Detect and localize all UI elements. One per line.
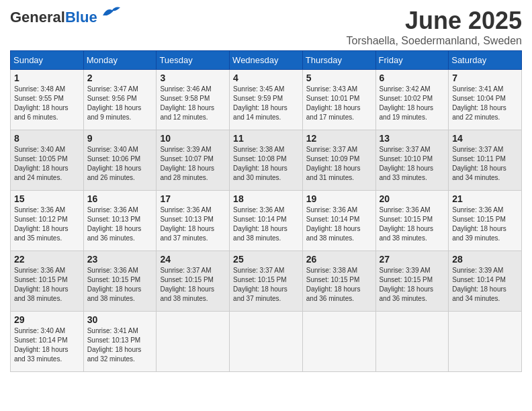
calendar-cell: 29Sunrise: 3:40 AMSunset: 10:14 PMDaylig… [11, 312, 84, 372]
day-number: 16 [87, 193, 153, 204]
page-header: GeneralBlue June 2025 Torshaella, Soeder… [10, 7, 522, 47]
day-number: 23 [87, 254, 153, 265]
weekday-header-tuesday: Tuesday [157, 51, 230, 70]
calendar-cell: 8Sunrise: 3:40 AMSunset: 10:05 PMDayligh… [11, 130, 84, 191]
day-info: Sunrise: 3:37 AMSunset: 10:10 PMDaylight… [380, 145, 445, 183]
calendar-cell: 22Sunrise: 3:36 AMSunset: 10:15 PMDaylig… [11, 251, 84, 312]
calendar-week-row: 29Sunrise: 3:40 AMSunset: 10:14 PMDaylig… [11, 312, 522, 372]
calendar-cell: 17Sunrise: 3:36 AMSunset: 10:13 PMDaylig… [157, 191, 230, 251]
day-info: Sunrise: 3:36 AMSunset: 10:12 PMDaylight… [14, 205, 80, 243]
day-info: Sunrise: 3:36 AMSunset: 10:15 PMDaylight… [87, 266, 153, 304]
day-info: Sunrise: 3:39 AMSunset: 10:15 PMDaylight… [380, 266, 445, 304]
day-number: 28 [452, 254, 518, 265]
day-info: Sunrise: 3:47 AMSunset: 9:56 PMDaylight:… [87, 85, 153, 122]
day-info: Sunrise: 3:40 AMSunset: 10:06 PMDaylight… [87, 145, 153, 183]
calendar-week-row: 15Sunrise: 3:36 AMSunset: 10:12 PMDaylig… [11, 191, 522, 251]
calendar-cell: 4Sunrise: 3:45 AMSunset: 9:59 PMDaylight… [230, 70, 303, 130]
day-number: 27 [380, 254, 445, 265]
calendar-cell [157, 312, 230, 372]
day-info: Sunrise: 3:42 AMSunset: 10:02 PMDaylight… [380, 85, 445, 122]
day-number: 26 [306, 254, 372, 265]
day-info: Sunrise: 3:36 AMSunset: 10:14 PMDaylight… [233, 205, 299, 243]
day-number: 18 [233, 193, 299, 204]
day-number: 6 [380, 73, 445, 83]
calendar-cell: 28Sunrise: 3:39 AMSunset: 10:14 PMDaylig… [449, 251, 522, 312]
weekday-header-friday: Friday [375, 51, 449, 70]
day-number: 20 [380, 193, 445, 204]
day-number: 3 [160, 73, 226, 83]
day-number: 25 [233, 254, 299, 265]
day-number: 21 [452, 193, 518, 204]
day-info: Sunrise: 3:41 AMSunset: 10:04 PMDaylight… [452, 85, 518, 122]
calendar-cell: 12Sunrise: 3:37 AMSunset: 10:09 PMDaylig… [302, 130, 375, 191]
day-number: 9 [87, 133, 153, 144]
day-number: 19 [306, 193, 372, 204]
day-number: 1 [14, 73, 80, 83]
day-number: 11 [233, 133, 299, 144]
day-number: 12 [306, 133, 372, 144]
day-info: Sunrise: 3:37 AMSunset: 10:15 PMDaylight… [160, 266, 226, 304]
logo-blue-text: Blue [65, 9, 97, 26]
day-number: 2 [87, 73, 153, 83]
calendar-cell: 6Sunrise: 3:42 AMSunset: 10:02 PMDayligh… [375, 70, 449, 130]
calendar-cell: 15Sunrise: 3:36 AMSunset: 10:12 PMDaylig… [11, 191, 84, 251]
location-title: Torshaella, Soedermanland, Sweden [347, 35, 523, 47]
calendar-cell: 16Sunrise: 3:36 AMSunset: 10:13 PMDaylig… [83, 191, 157, 251]
calendar-cell: 13Sunrise: 3:37 AMSunset: 10:10 PMDaylig… [375, 130, 449, 191]
calendar-cell: 1Sunrise: 3:48 AMSunset: 9:55 PMDaylight… [11, 70, 84, 130]
day-number: 14 [452, 133, 518, 144]
calendar-cell: 9Sunrise: 3:40 AMSunset: 10:06 PMDayligh… [83, 130, 157, 191]
day-number: 10 [160, 133, 226, 144]
calendar-cell [230, 312, 303, 372]
calendar-cell: 11Sunrise: 3:38 AMSunset: 10:08 PMDaylig… [230, 130, 303, 191]
calendar-week-row: 22Sunrise: 3:36 AMSunset: 10:15 PMDaylig… [11, 251, 522, 312]
day-info: Sunrise: 3:36 AMSunset: 10:13 PMDaylight… [87, 205, 153, 243]
day-info: Sunrise: 3:39 AMSunset: 10:14 PMDaylight… [452, 266, 518, 304]
month-title: June 2025 [347, 7, 523, 35]
calendar-cell: 19Sunrise: 3:36 AMSunset: 10:14 PMDaylig… [302, 191, 375, 251]
day-info: Sunrise: 3:39 AMSunset: 10:07 PMDaylight… [160, 145, 226, 183]
day-number: 17 [160, 193, 226, 204]
calendar-cell [302, 312, 375, 372]
calendar-cell: 25Sunrise: 3:37 AMSunset: 10:15 PMDaylig… [230, 251, 303, 312]
day-info: Sunrise: 3:40 AMSunset: 10:14 PMDaylight… [14, 326, 80, 364]
calendar-cell: 21Sunrise: 3:36 AMSunset: 10:15 PMDaylig… [449, 191, 522, 251]
day-info: Sunrise: 3:36 AMSunset: 10:15 PMDaylight… [452, 205, 518, 243]
day-info: Sunrise: 3:36 AMSunset: 10:15 PMDaylight… [380, 205, 445, 243]
day-info: Sunrise: 3:46 AMSunset: 9:58 PMDaylight:… [160, 85, 226, 122]
calendar-cell: 23Sunrise: 3:36 AMSunset: 10:15 PMDaylig… [83, 251, 157, 312]
calendar-cell: 26Sunrise: 3:38 AMSunset: 10:15 PMDaylig… [302, 251, 375, 312]
weekday-header-row: SundayMondayTuesdayWednesdayThursdayFrid… [11, 51, 522, 70]
day-number: 4 [233, 73, 299, 83]
weekday-header-sunday: Sunday [11, 51, 84, 70]
logo-bird-icon [101, 6, 120, 21]
day-info: Sunrise: 3:36 AMSunset: 10:13 PMDaylight… [160, 205, 226, 243]
day-info: Sunrise: 3:37 AMSunset: 10:15 PMDaylight… [233, 266, 299, 304]
day-info: Sunrise: 3:36 AMSunset: 10:15 PMDaylight… [14, 266, 80, 304]
day-number: 8 [14, 133, 80, 144]
calendar-cell: 30Sunrise: 3:41 AMSunset: 10:13 PMDaylig… [83, 312, 157, 372]
day-number: 30 [87, 314, 153, 325]
weekday-header-saturday: Saturday [449, 51, 522, 70]
day-number: 7 [452, 73, 518, 83]
calendar-cell: 27Sunrise: 3:39 AMSunset: 10:15 PMDaylig… [375, 251, 449, 312]
title-section: June 2025 Torshaella, Soedermanland, Swe… [347, 7, 523, 47]
day-info: Sunrise: 3:37 AMSunset: 10:09 PMDaylight… [306, 145, 372, 183]
day-info: Sunrise: 3:36 AMSunset: 10:14 PMDaylight… [306, 205, 372, 243]
calendar-cell: 24Sunrise: 3:37 AMSunset: 10:15 PMDaylig… [157, 251, 230, 312]
day-number: 24 [160, 254, 226, 265]
day-number: 5 [306, 73, 372, 83]
day-info: Sunrise: 3:38 AMSunset: 10:08 PMDaylight… [233, 145, 299, 183]
day-info: Sunrise: 3:45 AMSunset: 9:59 PMDaylight:… [233, 85, 299, 122]
day-info: Sunrise: 3:40 AMSunset: 10:05 PMDaylight… [14, 145, 80, 183]
calendar-cell: 10Sunrise: 3:39 AMSunset: 10:07 PMDaylig… [157, 130, 230, 191]
calendar-cell: 18Sunrise: 3:36 AMSunset: 10:14 PMDaylig… [230, 191, 303, 251]
weekday-header-wednesday: Wednesday [230, 51, 303, 70]
day-info: Sunrise: 3:37 AMSunset: 10:11 PMDaylight… [452, 145, 518, 183]
calendar-cell [375, 312, 449, 372]
day-number: 13 [380, 133, 445, 144]
calendar-cell: 14Sunrise: 3:37 AMSunset: 10:11 PMDaylig… [449, 130, 522, 191]
day-number: 29 [14, 314, 80, 325]
day-info: Sunrise: 3:41 AMSunset: 10:13 PMDaylight… [87, 326, 153, 364]
calendar-cell: 5Sunrise: 3:43 AMSunset: 10:01 PMDayligh… [302, 70, 375, 130]
